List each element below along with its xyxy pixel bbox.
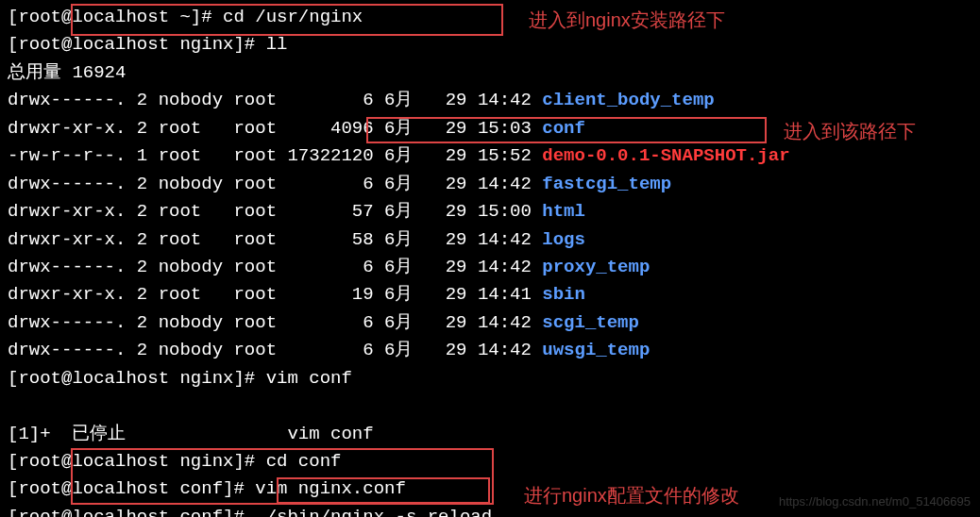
line-job: [1]+ 已停止 vim conf (8, 421, 972, 448)
prompt: [root@localhost ~]# (8, 7, 223, 27)
file-conf: conf (542, 118, 585, 139)
ls-row: drwx------. 2 nobody root 6 6月 29 14:42 … (8, 171, 972, 198)
ls-row: -rw-r--r--. 1 root root 17322120 6月 29 1… (8, 142, 972, 170)
prompt: [root@localhost nginx]# (8, 368, 266, 389)
watermark: https://blog.csdn.net/m0_51406695 (779, 492, 971, 511)
file-demo-0.0.1-SNAPSHOT.jar: demo-0.0.1-SNAPSHOT.jar (542, 145, 789, 166)
cmd-cd[interactable]: cd /usr/nginx (223, 7, 363, 27)
line-cd-conf: [root@localhost nginx]# cd conf (8, 448, 972, 475)
file-scgi_temp: scgi_temp (542, 312, 639, 333)
prompt: [root@localhost conf]# (8, 478, 255, 499)
annotation-2: 进入到该路径下 (784, 117, 916, 146)
file-sbin: sbin (542, 284, 585, 305)
prompt: [root@localhost nginx]# (8, 451, 266, 472)
file-html: html (542, 201, 585, 222)
file-client_body_temp: client_body_temp (542, 90, 714, 110)
ls-row: drwxr-xr-x. 2 root root 57 6月 29 15:00 h… (8, 198, 972, 225)
line-cd-nginx: [root@localhost ~]# cd /usr/nginx (8, 4, 972, 31)
line-total: 总用量 16924 (8, 59, 972, 87)
cmd-ll[interactable]: ll (266, 34, 288, 55)
total-line: 总用量 16924 (8, 62, 126, 83)
ls-row: drwx------. 2 nobody root 6 6月 29 14:42 … (8, 309, 972, 337)
line-vim-conf: [root@localhost nginx]# vim conf (8, 365, 972, 392)
job-stopped: [1]+ 已停止 vim conf (8, 424, 374, 444)
terminal-output: [root@localhost ~]# cd /usr/nginx[root@l… (8, 4, 972, 517)
cmd-cd-conf[interactable]: cd conf (266, 451, 342, 472)
prompt: [root@localhost conf]# (8, 507, 255, 517)
ls-row: drwx------. 2 nobody root 6 6月 29 14:42 … (8, 337, 972, 364)
file-proxy_temp: proxy_temp (542, 257, 650, 277)
file-fastcgi_temp: fastcgi_temp (542, 174, 671, 194)
file-uwsgi_temp: uwsgi_temp (542, 340, 650, 360)
cmd-vim-conf[interactable]: vim conf (266, 368, 352, 389)
prompt: [root@localhost nginx]# (8, 34, 266, 55)
annotation-1: 进入到nginx安装路径下 (529, 6, 725, 35)
line-ll: [root@localhost nginx]# ll (8, 31, 972, 58)
file-logs: logs (542, 229, 585, 250)
ls-row: drwxr-xr-x. 2 root root 58 6月 29 14:42 l… (8, 226, 972, 254)
ls-row: drwxr-xr-x. 2 root root 19 6月 29 14:41 s… (8, 281, 972, 309)
cmd-vim-nginxconf[interactable]: vim nginx.conf (255, 478, 406, 499)
line-blank (8, 392, 972, 420)
blank-line (8, 395, 18, 416)
annotation-3: 进行nginx配置文件的修改 (524, 481, 739, 510)
ls-row: drwx------. 2 nobody root 6 6月 29 14:42 … (8, 254, 972, 281)
ls-row: drwx------. 2 nobody root 6 6月 29 14:42 … (8, 87, 972, 114)
cmd-reload[interactable]: /sbin/nginx -s reload (255, 507, 492, 517)
